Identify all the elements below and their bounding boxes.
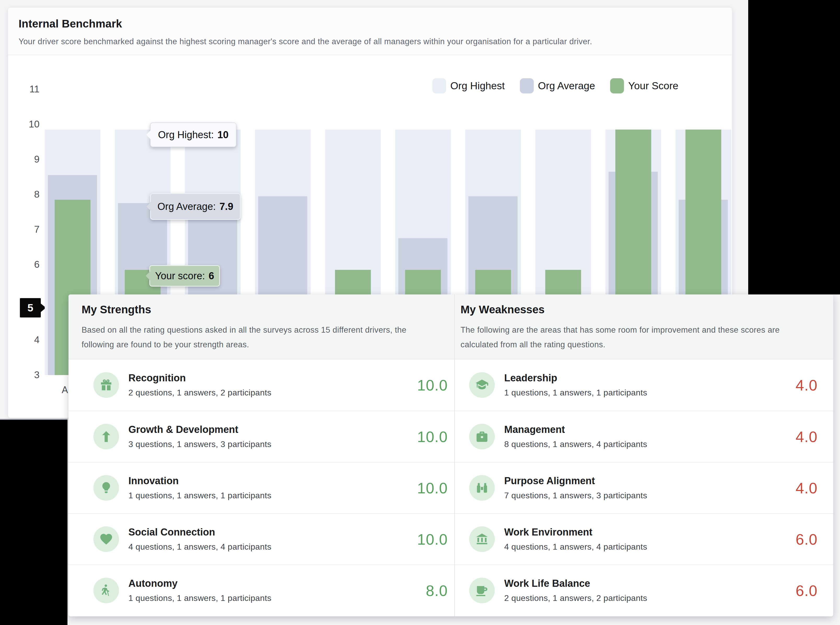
tooltip-your-score: Your score: 6 <box>149 265 220 287</box>
tooltip-org-highest: Org Highest: 10 <box>150 123 236 147</box>
driver-meta: 4 questions, 1 answers, 4 participants <box>129 542 417 552</box>
org-average-swatch-icon <box>520 78 534 93</box>
legend-item-org-highest[interactable]: Org Highest <box>432 78 505 93</box>
driver-meta: 1 questions, 1 answers, 1 participants <box>129 491 417 501</box>
driver-row: Work Life Balance 2 questions, 1 answers… <box>455 564 833 616</box>
driver-row: Work Environment 4 questions, 1 answers,… <box>455 513 833 564</box>
lightbulb-icon <box>93 475 119 501</box>
gift-icon <box>93 372 119 398</box>
driver-name: Recognition <box>129 372 417 384</box>
heart-icon <box>93 526 119 552</box>
coffee-mug-icon <box>469 578 495 603</box>
driver-name: Social Connection <box>129 527 417 538</box>
strengths-list: Recognition 2 questions, 1 answers, 2 pa… <box>68 359 454 616</box>
driver-score: 4.0 <box>795 376 818 394</box>
driver-name: Leadership <box>504 372 795 384</box>
driver-meta: 7 questions, 1 answers, 3 participants <box>504 491 795 501</box>
strengths-title: My Strengths <box>82 303 436 316</box>
driver-row: Autonomy 1 questions, 1 answers, 1 parti… <box>68 564 454 616</box>
walking-person-icon <box>93 578 119 603</box>
driver-name: Work Life Balance <box>504 578 795 589</box>
legend-item-your-score[interactable]: Your Score <box>610 78 678 93</box>
page-title: Internal Benchmark <box>19 17 122 30</box>
driver-row: Social Connection 4 questions, 1 answers… <box>68 513 454 564</box>
page-subtitle: Your driver score benchmarked against th… <box>19 37 592 46</box>
driver-score: 10.0 <box>417 376 448 394</box>
org-highest-swatch-icon <box>432 78 446 93</box>
driver-name: Work Environment <box>504 527 795 538</box>
driver-score: 8.0 <box>426 582 448 599</box>
arrow-up-icon <box>93 424 119 449</box>
chart-legend: Org Highest Org Average Your Score <box>432 78 678 93</box>
driver-score: 10.0 <box>417 530 448 548</box>
driver-row: Innovation 1 questions, 1 answers, 1 par… <box>68 462 454 513</box>
driver-row: Management 8 questions, 1 answers, 4 par… <box>455 410 833 462</box>
weaknesses-description: The following are the areas that has som… <box>460 323 818 352</box>
driver-score: 4.0 <box>795 479 818 497</box>
strengths-weaknesses-card: My Strengths Based on all the rating que… <box>68 294 833 616</box>
weaknesses-header: My Weaknesses The following are the area… <box>455 294 833 359</box>
y-tick: 11 <box>19 84 39 95</box>
driver-score: 6.0 <box>795 582 818 599</box>
screenshot-canvas: Internal Benchmark Your driver score ben… <box>0 0 840 625</box>
driver-score: 4.0 <box>795 428 818 445</box>
weaknesses-list: Leadership 1 questions, 1 answers, 1 par… <box>455 359 833 616</box>
bank-icon <box>469 526 495 552</box>
binoculars-icon <box>469 475 495 501</box>
your-score-swatch-icon <box>610 78 624 93</box>
weaknesses-title: My Weaknesses <box>460 303 818 316</box>
driver-row: Leadership 1 questions, 1 answers, 1 par… <box>455 359 833 410</box>
background-black-top-right <box>748 0 840 294</box>
tooltip-org-average: Org Average: 7.9 <box>150 193 240 220</box>
driver-meta: 8 questions, 1 answers, 4 participants <box>504 440 795 449</box>
driver-meta: 2 questions, 1 answers, 2 participants <box>129 388 417 398</box>
driver-meta: 3 questions, 1 answers, 3 participants <box>129 440 417 449</box>
background-black-bottom-left <box>0 419 67 625</box>
driver-meta: 2 questions, 1 answers, 2 participants <box>504 593 795 603</box>
strengths-header: My Strengths Based on all the rating que… <box>68 294 454 359</box>
driver-name: Purpose Alignment <box>504 475 795 487</box>
driver-meta: 1 questions, 1 answers, 1 participants <box>504 388 795 398</box>
strengths-description: Based on all the rating questions asked … <box>82 323 436 352</box>
driver-score: 10.0 <box>417 479 448 497</box>
driver-name: Autonomy <box>129 578 426 589</box>
driver-row: Recognition 2 questions, 1 answers, 2 pa… <box>68 359 454 410</box>
driver-meta: 4 questions, 1 answers, 4 participants <box>504 542 795 552</box>
driver-row: Growth & Development 3 questions, 1 answ… <box>68 410 454 462</box>
driver-score: 6.0 <box>795 530 818 548</box>
driver-row: Purpose Alignment 7 questions, 1 answers… <box>455 462 833 513</box>
driver-score: 10.0 <box>417 428 448 445</box>
driver-name: Growth & Development <box>129 424 417 435</box>
benchmark-card-header: Internal Benchmark Your driver score ben… <box>8 8 732 55</box>
driver-name: Innovation <box>129 475 417 487</box>
graduation-cap-icon <box>469 372 495 398</box>
briefcase-icon <box>469 424 495 449</box>
my-weaknesses-panel: My Weaknesses The following are the area… <box>454 294 833 616</box>
my-strengths-panel: My Strengths Based on all the rating que… <box>68 294 454 616</box>
driver-name: Management <box>504 424 795 435</box>
driver-meta: 1 questions, 1 answers, 1 participants <box>129 593 426 603</box>
legend-item-org-average[interactable]: Org Average <box>520 78 595 93</box>
